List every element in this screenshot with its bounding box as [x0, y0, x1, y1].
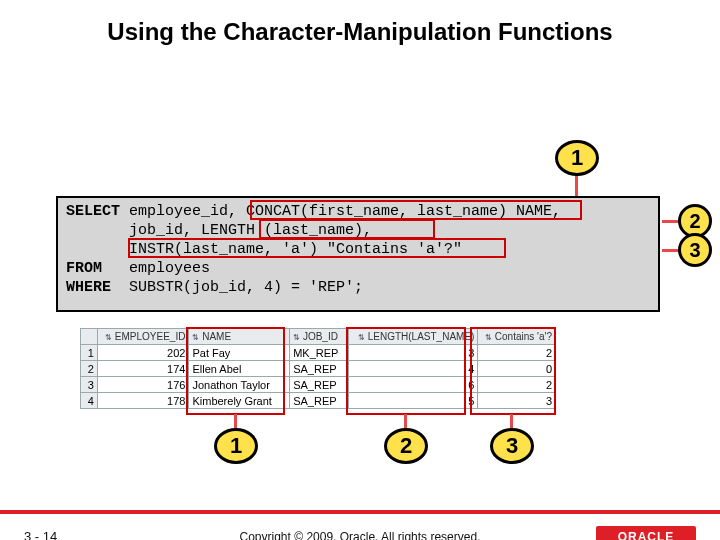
code-text	[66, 241, 129, 258]
cell-jobid: SA_REP	[290, 377, 349, 393]
callout-1-bottom: 1	[214, 428, 258, 464]
kw-select: SELECT	[66, 203, 120, 220]
cell-rownum: 3	[81, 377, 98, 393]
callout-1-top: 1	[555, 140, 599, 176]
highlight-length	[259, 219, 435, 239]
callout-3-bottom: 3	[490, 428, 534, 464]
cell-rownum: 2	[81, 361, 98, 377]
highlight-concat	[250, 200, 582, 220]
footer: 3 - 14 Copyright © 2009, Oracle. All rig…	[0, 514, 720, 540]
cell-empid: 176	[97, 377, 189, 393]
cell-jobid: SA_REP	[290, 393, 349, 409]
page-title: Using the Character-Manipulation Functio…	[40, 18, 680, 46]
col-employee-id: ⇅ EMPLOYEE_ID	[97, 329, 189, 345]
callout-2-bottom: 2	[384, 428, 428, 464]
col-highlight-contains	[470, 327, 556, 415]
callout-3-right: 3	[678, 233, 712, 267]
cell-rownum: 1	[81, 345, 98, 361]
code-text: employee_id,	[120, 203, 246, 220]
col-highlight-name	[186, 327, 285, 415]
kw-where: WHERE	[66, 279, 111, 296]
col-highlight-length	[346, 327, 466, 415]
cell-jobid: MK_REP	[290, 345, 349, 361]
col-job-id: ⇅ JOB_ID	[290, 329, 349, 345]
cell-empid: 178	[97, 393, 189, 409]
highlight-instr	[128, 238, 506, 258]
code-text: SUBSTR(job_id, 4) = 'REP';	[111, 279, 363, 296]
cell-empid: 202	[97, 345, 189, 361]
cell-rownum: 4	[81, 393, 98, 409]
kw-from: FROM	[66, 260, 102, 277]
cell-empid: 174	[97, 361, 189, 377]
oracle-logo: ORACLE	[596, 526, 696, 540]
col-blank	[81, 329, 98, 345]
code-text: job_id,	[66, 222, 201, 239]
cell-jobid: SA_REP	[290, 361, 349, 377]
code-text: employees	[102, 260, 210, 277]
